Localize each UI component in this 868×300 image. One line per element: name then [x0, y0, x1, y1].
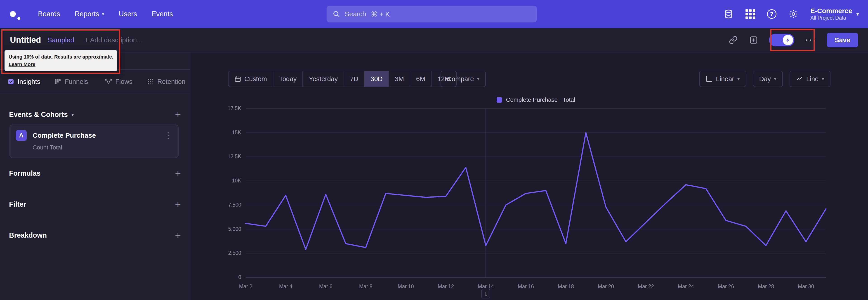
chevron-down-icon: ▾: [71, 112, 74, 117]
report-title[interactable]: Untitled: [10, 35, 41, 45]
legend-label[interactable]: Complete Purchase - Total: [506, 96, 575, 103]
date-range-6m[interactable]: 6M: [410, 71, 431, 87]
nav-item-users[interactable]: Users: [119, 10, 137, 18]
nav-item-label: Events: [151, 10, 173, 18]
date-range-group: CustomTodayYesterday7D30D3M6M12M: [228, 71, 457, 87]
trend-chart-svg: [246, 109, 826, 277]
y-axis-label: 0: [196, 274, 241, 280]
x-axis-label: Mar 30: [798, 283, 814, 290]
date-range-label: Custom: [244, 75, 267, 83]
scale-label: Linear: [716, 75, 734, 83]
event-metric[interactable]: Count Total: [33, 144, 172, 151]
granularity-label: Day: [759, 75, 771, 83]
section-breakdown: Breakdown+: [0, 229, 190, 242]
report-header: Untitled Sampled + Add description... ⋯ …: [0, 28, 868, 53]
tab-insights[interactable]: Insights: [0, 70, 48, 94]
nav-item-boards[interactable]: Boards: [38, 10, 60, 18]
x-axis-label: Mar 10: [398, 283, 414, 290]
search-placeholder: Search: [345, 10, 366, 18]
event-name[interactable]: Complete Purchase: [33, 131, 96, 139]
date-range-label: 6M: [416, 75, 425, 83]
compare-button[interactable]: Compare ▾: [440, 71, 486, 87]
chart-type-dropdown[interactable]: Line ▾: [789, 71, 831, 87]
search-shortcut: ⌘ + K: [371, 10, 390, 18]
date-range-yesterday[interactable]: Yesterday: [303, 71, 344, 87]
kebab-menu-icon[interactable]: ⋮: [164, 131, 172, 140]
x-axis-label: Mar 22: [638, 283, 654, 290]
add-description-field[interactable]: + Add description...: [85, 36, 143, 44]
tab-funnels[interactable]: Funnels: [48, 70, 95, 94]
lightning-icon: [785, 37, 791, 43]
project-switcher[interactable]: E-Commerce All Project Data ▾: [810, 7, 859, 21]
chart-plot-area[interactable]: [246, 109, 826, 277]
tab-label: Flows: [115, 78, 132, 86]
add-event-button[interactable]: +: [175, 110, 181, 120]
linear-axis-icon: [706, 75, 713, 83]
nav-item-label: Reports: [74, 10, 99, 18]
nav-item-reports[interactable]: Reports▾: [74, 10, 104, 18]
date-range-custom[interactable]: Custom: [228, 71, 273, 87]
y-axis-label: 15K: [196, 129, 241, 136]
x-axis-label: Mar 12: [438, 283, 454, 290]
date-range-30d[interactable]: 30D: [364, 71, 388, 87]
y-axis-label: 17.5K: [196, 106, 241, 112]
logo[interactable]: [10, 8, 20, 20]
tab-label: Funnels: [65, 78, 88, 86]
granularity-dropdown[interactable]: Day ▾: [753, 71, 783, 87]
x-axis-label: Mar 6: [319, 283, 333, 290]
funnels-icon: [54, 78, 61, 85]
chevron-down-icon: ▾: [477, 76, 479, 82]
sampling-toggle[interactable]: [769, 34, 794, 46]
compare-label: Compare: [447, 75, 474, 83]
insights-icon: [7, 78, 14, 85]
save-button[interactable]: Save: [827, 33, 858, 47]
sampling-tooltip: Using 10% of data. Results are approxima…: [4, 50, 117, 71]
search-input[interactable]: Search ⌘ + K: [327, 6, 537, 22]
apps-grid-icon[interactable]: [745, 9, 755, 19]
date-range-label: 30D: [370, 75, 382, 83]
date-range-label: 3M: [395, 75, 404, 83]
nav-items: BoardsReports▾UsersEvents: [38, 10, 173, 18]
learn-more-link[interactable]: Learn More: [8, 61, 113, 68]
data-icon[interactable]: [723, 9, 734, 19]
date-range-3m[interactable]: 3M: [389, 71, 410, 87]
date-range-label: 7D: [350, 75, 358, 83]
y-axis-label: 5,000: [196, 226, 241, 232]
date-range-7d[interactable]: 7D: [344, 71, 364, 87]
event-card[interactable]: A Complete Purchase ⋮ Count Total: [9, 125, 179, 158]
add-filter-button[interactable]: +: [175, 200, 181, 209]
add-breakdown-button[interactable]: +: [175, 230, 181, 240]
date-range-today[interactable]: Today: [273, 71, 303, 87]
chevron-down-icon: ▾: [856, 11, 859, 17]
main-panel: CustomTodayYesterday7D30D3M6M12M Compare…: [190, 53, 868, 300]
more-options-icon[interactable]: ⋯: [805, 36, 816, 43]
add-formulas-button[interactable]: +: [175, 169, 181, 178]
events-cohorts-label[interactable]: Events & Cohorts: [9, 111, 68, 119]
report-tabs: InsightsFunnelsFlowsRetention: [0, 69, 190, 94]
chart-type-label: Line: [806, 75, 819, 83]
project-subtitle: All Project Data: [810, 15, 852, 21]
copy-link-icon[interactable]: [728, 35, 738, 45]
help-glyph: ?: [770, 11, 774, 18]
tab-flows[interactable]: Flows: [95, 70, 143, 94]
x-axis-label: Mar 26: [718, 283, 734, 290]
y-axis-label: 10K: [196, 178, 241, 184]
x-axis-label: Mar 14: [477, 283, 494, 290]
project-name: E-Commerce: [810, 7, 852, 15]
sampled-badge[interactable]: Sampled: [48, 36, 74, 44]
sidebar: InsightsFunnelsFlowsRetention Events & C…: [0, 53, 190, 300]
section-label: Filter: [9, 200, 26, 208]
pagination-page[interactable]: 1: [482, 289, 490, 298]
top-nav: BoardsReports▾UsersEvents Search ⌘ + K ?…: [0, 0, 868, 28]
retention-icon: [147, 78, 154, 85]
settings-gear-icon[interactable]: [788, 9, 799, 19]
chevron-down-icon: ▾: [102, 11, 104, 17]
nav-item-events[interactable]: Events: [151, 10, 173, 18]
calendar-icon: [235, 76, 241, 82]
legend-swatch: [497, 97, 502, 102]
tab-retention[interactable]: Retention: [143, 70, 190, 94]
help-icon[interactable]: ?: [767, 9, 776, 19]
x-axis-label: Mar 18: [558, 283, 574, 290]
scale-dropdown[interactable]: Linear ▾: [699, 71, 746, 87]
add-to-board-icon[interactable]: [749, 35, 758, 45]
